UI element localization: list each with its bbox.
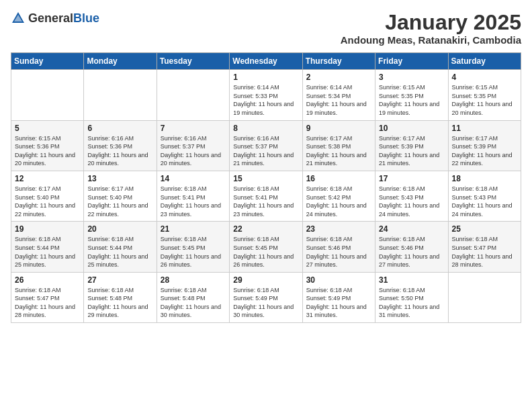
day-number: 12 (15, 174, 80, 183)
day-number: 3 (379, 73, 444, 82)
day-cell: 25Sunrise: 6:18 AM Sunset: 5:47 PM Dayli… (448, 222, 521, 272)
day-cell: 7Sunrise: 6:16 AM Sunset: 5:37 PM Daylig… (157, 120, 229, 171)
day-cell: 15Sunrise: 6:18 AM Sunset: 5:41 PM Dayli… (230, 171, 302, 221)
day-cell: 26Sunrise: 6:18 AM Sunset: 5:47 PM Dayli… (11, 272, 84, 322)
day-info: Sunrise: 6:17 AM Sunset: 5:38 PM Dayligh… (306, 134, 371, 168)
day-cell: 28Sunrise: 6:18 AM Sunset: 5:48 PM Dayli… (157, 272, 229, 322)
day-cell: 17Sunrise: 6:18 AM Sunset: 5:43 PM Dayli… (375, 171, 448, 221)
day-cell: 4Sunrise: 6:15 AM Sunset: 5:35 PM Daylig… (448, 70, 521, 120)
day-number: 14 (161, 174, 226, 183)
day-number: 18 (452, 174, 517, 183)
day-info: Sunrise: 6:15 AM Sunset: 5:35 PM Dayligh… (452, 83, 517, 117)
weekday-header-row: SundayMondayTuesdayWednesdayThursdayFrid… (11, 53, 521, 70)
weekday-header-saturday: Saturday (448, 53, 521, 70)
day-info: Sunrise: 6:17 AM Sunset: 5:40 PM Dayligh… (15, 185, 80, 218)
day-info: Sunrise: 6:17 AM Sunset: 5:40 PM Dayligh… (87, 185, 152, 218)
day-info: Sunrise: 6:14 AM Sunset: 5:34 PM Dayligh… (306, 83, 371, 117)
day-number: 15 (233, 174, 298, 183)
day-info: Sunrise: 6:18 AM Sunset: 5:49 PM Dayligh… (233, 286, 298, 320)
day-number: 8 (233, 124, 298, 133)
day-cell: 23Sunrise: 6:18 AM Sunset: 5:46 PM Dayli… (302, 222, 375, 272)
day-info: Sunrise: 6:18 AM Sunset: 5:48 PM Dayligh… (87, 286, 152, 320)
page-header: GeneralBlue January 2025 Andoung Meas, R… (11, 11, 521, 46)
day-number: 26 (15, 275, 80, 285)
day-cell: 8Sunrise: 6:16 AM Sunset: 5:37 PM Daylig… (230, 120, 302, 171)
day-cell: 18Sunrise: 6:18 AM Sunset: 5:43 PM Dayli… (448, 171, 521, 221)
day-number: 25 (452, 224, 517, 234)
week-row-4: 19Sunrise: 6:18 AM Sunset: 5:44 PM Dayli… (11, 222, 521, 272)
day-number: 30 (306, 275, 371, 285)
day-cell: 10Sunrise: 6:17 AM Sunset: 5:39 PM Dayli… (375, 120, 448, 171)
day-cell: 14Sunrise: 6:18 AM Sunset: 5:41 PM Dayli… (157, 171, 229, 221)
day-cell: 20Sunrise: 6:18 AM Sunset: 5:44 PM Dayli… (84, 222, 157, 272)
day-number: 13 (87, 174, 152, 183)
day-info: Sunrise: 6:18 AM Sunset: 5:43 PM Dayligh… (379, 185, 444, 218)
day-number: 19 (15, 224, 80, 234)
day-number: 2 (306, 73, 371, 82)
day-info: Sunrise: 6:14 AM Sunset: 5:33 PM Dayligh… (233, 83, 298, 117)
day-cell: 6Sunrise: 6:16 AM Sunset: 5:36 PM Daylig… (84, 120, 157, 171)
day-cell: 11Sunrise: 6:17 AM Sunset: 5:39 PM Dayli… (448, 120, 521, 171)
day-info: Sunrise: 6:18 AM Sunset: 5:44 PM Dayligh… (15, 235, 80, 269)
day-cell: 27Sunrise: 6:18 AM Sunset: 5:48 PM Dayli… (84, 272, 157, 322)
weekday-header-wednesday: Wednesday (230, 53, 302, 70)
day-info: Sunrise: 6:16 AM Sunset: 5:37 PM Dayligh… (233, 134, 298, 168)
day-cell: 30Sunrise: 6:18 AM Sunset: 5:49 PM Dayli… (302, 272, 375, 322)
day-number: 1 (233, 73, 298, 82)
day-cell (157, 70, 229, 120)
day-cell: 31Sunrise: 6:18 AM Sunset: 5:50 PM Dayli… (375, 272, 448, 322)
day-info: Sunrise: 6:18 AM Sunset: 5:45 PM Dayligh… (233, 235, 298, 269)
day-cell (11, 70, 84, 120)
day-cell: 19Sunrise: 6:18 AM Sunset: 5:44 PM Dayli… (11, 222, 84, 272)
day-number: 17 (379, 174, 444, 183)
day-cell: 1Sunrise: 6:14 AM Sunset: 5:33 PM Daylig… (230, 70, 302, 120)
day-info: Sunrise: 6:18 AM Sunset: 5:43 PM Dayligh… (452, 185, 517, 218)
weekday-header-tuesday: Tuesday (157, 53, 229, 70)
day-info: Sunrise: 6:15 AM Sunset: 5:35 PM Dayligh… (379, 83, 444, 117)
day-cell: 24Sunrise: 6:18 AM Sunset: 5:46 PM Dayli… (375, 222, 448, 272)
day-info: Sunrise: 6:18 AM Sunset: 5:47 PM Dayligh… (452, 235, 517, 269)
day-cell: 9Sunrise: 6:17 AM Sunset: 5:38 PM Daylig… (302, 120, 375, 171)
day-number: 7 (161, 124, 226, 133)
month-title: January 2025 (341, 11, 521, 34)
day-number: 16 (306, 174, 371, 183)
day-cell (84, 70, 157, 120)
day-number: 4 (452, 73, 517, 82)
weekday-header-friday: Friday (375, 53, 448, 70)
day-info: Sunrise: 6:18 AM Sunset: 5:41 PM Dayligh… (233, 185, 298, 218)
week-row-1: 1Sunrise: 6:14 AM Sunset: 5:33 PM Daylig… (11, 70, 521, 120)
day-info: Sunrise: 6:18 AM Sunset: 5:41 PM Dayligh… (161, 185, 226, 218)
title-area: January 2025 Andoung Meas, Ratanakiri, C… (341, 11, 521, 46)
day-info: Sunrise: 6:18 AM Sunset: 5:46 PM Dayligh… (306, 235, 371, 269)
day-cell: 3Sunrise: 6:15 AM Sunset: 5:35 PM Daylig… (375, 70, 448, 120)
day-info: Sunrise: 6:18 AM Sunset: 5:50 PM Dayligh… (379, 286, 444, 320)
day-number: 27 (87, 275, 152, 285)
logo-icon (11, 11, 26, 26)
weekday-header-sunday: Sunday (11, 53, 84, 70)
day-info: Sunrise: 6:18 AM Sunset: 5:49 PM Dayligh… (306, 286, 371, 320)
day-cell: 16Sunrise: 6:18 AM Sunset: 5:42 PM Dayli… (302, 171, 375, 221)
weekday-header-thursday: Thursday (302, 53, 375, 70)
day-info: Sunrise: 6:18 AM Sunset: 5:47 PM Dayligh… (15, 286, 80, 320)
day-cell: 5Sunrise: 6:15 AM Sunset: 5:36 PM Daylig… (11, 120, 84, 171)
day-number: 5 (15, 124, 80, 133)
week-row-2: 5Sunrise: 6:15 AM Sunset: 5:36 PM Daylig… (11, 120, 521, 171)
day-number: 6 (87, 124, 152, 133)
day-cell: 22Sunrise: 6:18 AM Sunset: 5:45 PM Dayli… (230, 222, 302, 272)
day-info: Sunrise: 6:16 AM Sunset: 5:37 PM Dayligh… (161, 134, 226, 168)
weekday-header-monday: Monday (84, 53, 157, 70)
day-number: 9 (306, 124, 371, 133)
day-cell (448, 272, 521, 322)
day-number: 11 (452, 124, 517, 133)
day-cell: 12Sunrise: 6:17 AM Sunset: 5:40 PM Dayli… (11, 171, 84, 221)
day-number: 20 (87, 224, 152, 234)
day-info: Sunrise: 6:17 AM Sunset: 5:39 PM Dayligh… (379, 134, 444, 168)
logo-text-blue: Blue (73, 11, 99, 25)
logo: GeneralBlue (11, 11, 99, 26)
day-info: Sunrise: 6:18 AM Sunset: 5:46 PM Dayligh… (379, 235, 444, 269)
calendar: SundayMondayTuesdayWednesdayThursdayFrid… (11, 52, 521, 323)
day-info: Sunrise: 6:17 AM Sunset: 5:39 PM Dayligh… (452, 134, 517, 168)
day-number: 31 (379, 275, 444, 285)
day-number: 22 (233, 224, 298, 234)
day-cell: 13Sunrise: 6:17 AM Sunset: 5:40 PM Dayli… (84, 171, 157, 221)
